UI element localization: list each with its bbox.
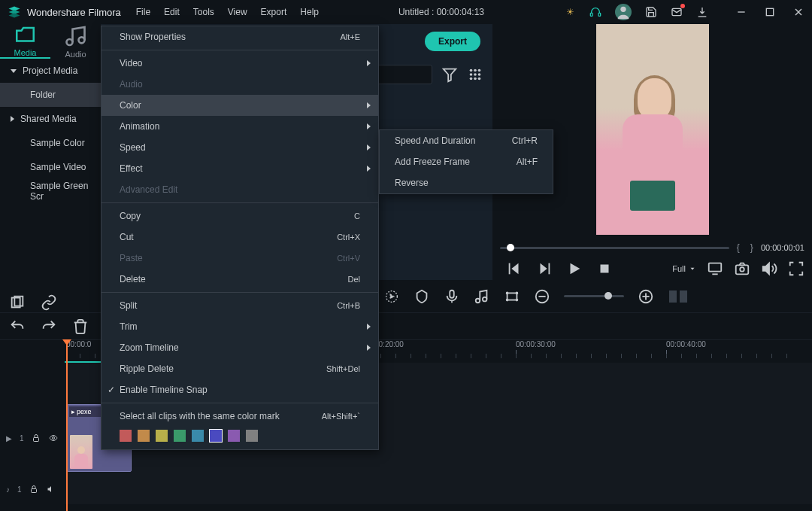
menu-copy[interactable]: CopyC — [102, 205, 378, 227]
menu-tools[interactable]: Tools — [193, 7, 214, 17]
svg-rect-32 — [736, 265, 749, 274]
app-name: Wondershare Filmora — [27, 7, 121, 18]
zoom-slider[interactable] — [564, 295, 624, 297]
titlebar-right: ☀ — [564, 4, 804, 20]
menu-zoom-timeline[interactable]: Zoom Timeline — [102, 337, 378, 358]
mark-out-icon[interactable]: } — [750, 242, 753, 253]
display-icon[interactable] — [707, 260, 723, 277]
menu-select-color-mark[interactable]: Select all clips with the same color mar… — [102, 406, 378, 427]
submenu-reverse[interactable]: Reverse — [380, 172, 553, 193]
undo-icon[interactable] — [9, 318, 26, 335]
lightbulb-icon[interactable]: ☀ — [564, 6, 576, 18]
svg-point-19 — [478, 73, 481, 76]
sidebar-item-project-media[interactable]: Project Media — [0, 59, 101, 83]
menu-speed[interactable]: Speed — [102, 137, 378, 158]
audio-track[interactable] — [65, 474, 812, 504]
svg-point-44 — [517, 299, 518, 300]
next-frame-icon[interactable] — [536, 260, 553, 277]
maximize-icon[interactable] — [764, 6, 776, 18]
svg-marker-13 — [444, 69, 456, 82]
menu-delete[interactable]: DeleteDel — [102, 269, 378, 290]
manage-tracks-icon[interactable] — [9, 294, 26, 311]
submenu-speed-duration[interactable]: Speed And DurationCtrl+R — [380, 130, 553, 151]
menu-split[interactable]: SplitCtrl+B — [102, 295, 378, 316]
color-swatch[interactable] — [156, 430, 168, 442]
visibility-icon[interactable] — [48, 433, 59, 443]
tab-audio-label: Audio — [65, 50, 86, 59]
delete-icon[interactable] — [72, 318, 89, 335]
menu-audio: Audio — [102, 74, 378, 95]
crop-icon[interactable] — [504, 288, 520, 305]
zoom-fit-icon[interactable] — [668, 288, 689, 305]
menu-color[interactable]: Color — [102, 95, 378, 116]
lock-icon[interactable] — [32, 433, 41, 443]
chevron-right-icon — [11, 116, 14, 122]
mute-icon[interactable] — [46, 485, 56, 494]
lock-icon[interactable] — [29, 485, 38, 494]
color-swatch[interactable] — [174, 430, 186, 442]
volume-icon[interactable] — [761, 260, 777, 277]
menu-video[interactable]: Video — [102, 53, 378, 74]
menu-edit[interactable]: Edit — [164, 7, 180, 17]
download-icon[interactable] — [696, 6, 708, 18]
mark-in-icon[interactable]: { — [737, 242, 740, 253]
svg-rect-40 — [508, 293, 517, 300]
stop-icon[interactable] — [596, 260, 613, 277]
color-swatch[interactable] — [120, 430, 132, 442]
audio-mixer-icon[interactable] — [474, 288, 490, 305]
grid-icon[interactable] — [467, 66, 483, 83]
headset-icon[interactable] — [589, 6, 601, 18]
svg-point-21 — [474, 78, 477, 81]
playhead[interactable] — [66, 340, 68, 511]
filter-icon[interactable] — [441, 66, 458, 83]
svg-marker-29 — [691, 268, 695, 270]
mail-icon[interactable] — [671, 6, 683, 18]
menu-trim[interactable]: Trim — [102, 316, 378, 337]
color-swatch[interactable] — [210, 430, 222, 442]
menu-help[interactable]: Help — [300, 7, 319, 17]
preview-scrubber[interactable] — [500, 247, 729, 249]
svg-point-38 — [476, 298, 480, 303]
tab-audio[interactable]: Audio — [50, 24, 101, 59]
color-swatch[interactable] — [192, 430, 204, 442]
menu-effect[interactable]: Effect — [102, 158, 378, 179]
play-icon[interactable] — [566, 260, 583, 277]
sidebar-item-sample-color[interactable]: Sample Color — [0, 131, 101, 155]
prev-frame-icon[interactable] — [506, 260, 523, 277]
menu-export[interactable]: Export — [261, 7, 287, 17]
minimize-icon[interactable] — [735, 6, 747, 18]
clip-thumbnail — [70, 435, 92, 469]
render-icon[interactable] — [383, 288, 400, 305]
link-icon[interactable] — [41, 294, 57, 311]
save-icon[interactable] — [645, 6, 657, 18]
color-swatch[interactable] — [138, 430, 150, 442]
sidebar-item-folder[interactable]: Folder — [0, 83, 101, 107]
menu-cut[interactable]: CutCtrl+X — [102, 227, 378, 248]
menu-ripple-delete[interactable]: Ripple DeleteShift+Del — [102, 358, 378, 379]
sidebar-item-sample-green[interactable]: Sample Green Scr — [0, 179, 101, 203]
zoom-out-icon[interactable] — [534, 288, 550, 305]
menu-show-properties[interactable]: Show PropertiesAlt+E — [102, 26, 378, 47]
marker-icon[interactable] — [414, 288, 430, 305]
zoom-in-icon[interactable] — [638, 288, 654, 305]
preview-timecode: 00:00:00:01 — [761, 243, 804, 252]
fullscreen-icon[interactable] — [788, 260, 804, 277]
menu-animation[interactable]: Animation — [102, 116, 378, 137]
quality-select[interactable]: Full — [672, 264, 696, 273]
svg-marker-2 — [9, 14, 20, 18]
sidebar-item-shared-media[interactable]: Shared Media — [0, 107, 101, 131]
close-icon[interactable] — [792, 6, 804, 18]
user-avatar-icon[interactable] — [615, 4, 632, 20]
tab-media[interactable]: Media — [0, 24, 50, 59]
redo-icon[interactable] — [41, 318, 57, 335]
menu-enable-snap[interactable]: ✓Enable Timeline Snap — [102, 379, 378, 400]
sidebar-item-sample-video[interactable]: Sample Video — [0, 155, 101, 179]
color-swatch[interactable] — [228, 430, 240, 442]
export-button[interactable]: Export — [425, 32, 480, 51]
voiceover-icon[interactable] — [444, 288, 460, 305]
color-swatch[interactable] — [246, 430, 258, 442]
menu-file[interactable]: File — [136, 7, 150, 17]
submenu-add-freeze[interactable]: Add Freeze FrameAlt+F — [380, 151, 553, 172]
menu-view[interactable]: View — [228, 7, 247, 17]
snapshot-icon[interactable] — [734, 260, 750, 277]
